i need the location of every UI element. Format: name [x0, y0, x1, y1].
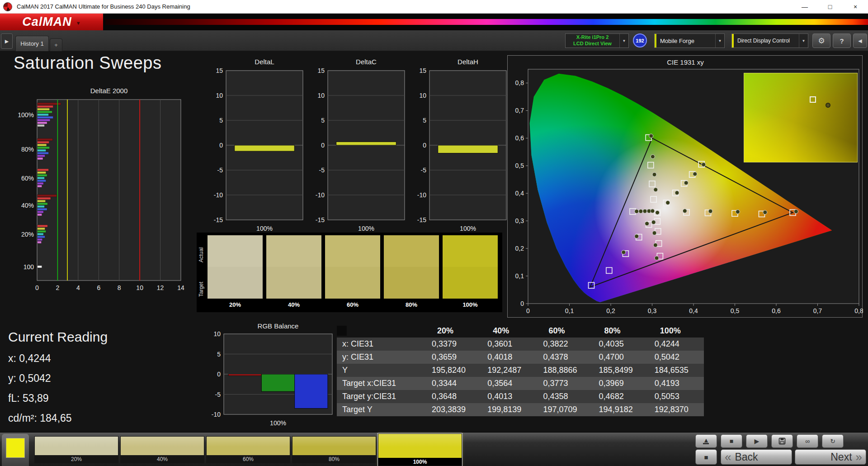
eject-button[interactable]: ▲ [695, 434, 717, 448]
tick-label: 0,5 [515, 162, 524, 169]
target-swatch [266, 267, 321, 299]
level-button-40%[interactable]: 40% [120, 436, 204, 463]
deltac-plot: 151050-5-10-15100% [307, 68, 414, 236]
measured-marker [708, 209, 712, 213]
chart-title: DeltaL [226, 58, 303, 66]
meter-dropdown[interactable]: X-Rite i1Pro 2 LCD Direct View ▼ [565, 33, 629, 48]
add-tab-button[interactable]: + [50, 38, 62, 51]
deltae-bar [38, 195, 57, 197]
deltae-bar [38, 171, 46, 174]
stop-button[interactable]: ■ [721, 434, 742, 448]
refresh-button[interactable]: ↻ [822, 434, 844, 448]
deltae-bar [38, 144, 47, 146]
saturation-swatch-60%: 60% [325, 235, 380, 309]
page-title: Saturation Sweeps [14, 53, 161, 73]
measured-marker [635, 234, 639, 238]
level-swatch [292, 437, 376, 455]
tick-label: 0 [321, 142, 325, 149]
measured-marker [643, 209, 647, 213]
tick-label: 60% [21, 175, 34, 182]
target-swatch [443, 267, 498, 299]
maximize-button[interactable]: □ [817, 0, 843, 13]
chevrons-right-icon: » [856, 451, 862, 463]
measured-marker [635, 209, 639, 214]
current-patch-swatch[interactable] [6, 438, 25, 458]
table-cell: 184,6535 [648, 364, 704, 377]
measured-marker [675, 191, 679, 195]
tick-label: 80% [21, 146, 34, 153]
actual-swatch [266, 235, 321, 267]
deltah-plot: 151050-5-10-15100% [409, 68, 515, 236]
deltae2000-plot: 02468101214100%80%60%40%20%100 [14, 98, 194, 299]
tick-label: 6 [97, 284, 100, 291]
deltae2000-chart: DeltaE 2000 02468101214100%80%60%40%20%1… [14, 87, 194, 315]
deltae-bar [38, 114, 49, 116]
target-row-label: Target [198, 272, 205, 306]
inset-target-marker [810, 96, 816, 103]
reading-fl: fL: 53,89 [8, 392, 108, 404]
panel-expander-button[interactable]: ▶ [1, 33, 13, 49]
tick-label: -15 [417, 216, 426, 223]
swatch-label: 60% [325, 299, 380, 309]
table-row-label: Y [337, 364, 425, 377]
tab-history-1[interactable]: History 1 [15, 36, 49, 51]
tick-label: 100% [270, 419, 286, 427]
tick-label: 5 [217, 351, 221, 358]
help-button[interactable]: ? [833, 33, 851, 48]
measured-marker [693, 172, 697, 176]
collapse-panel-button[interactable]: ◀ [853, 33, 867, 48]
calman-menu-button[interactable]: CalMAN ▼ [0, 14, 103, 30]
measured-marker [655, 256, 659, 260]
next-button[interactable]: Next » [795, 449, 866, 465]
bottom-bar: 20%40%60%80%100% ▲ ■ ▶ ∞ ↻ ■ « Back Next… [0, 432, 868, 466]
tick-label: -15 [214, 216, 223, 223]
level-button-80%[interactable]: 80% [292, 436, 376, 463]
stop-large-button[interactable]: ■ [695, 449, 717, 465]
meter-line1: X-Rite i1Pro 2 [576, 34, 609, 41]
save-button[interactable] [771, 434, 793, 448]
tick-label: 0,5 [731, 307, 740, 314]
tick-label: 0,6 [772, 307, 781, 314]
loop-button[interactable]: ∞ [797, 434, 818, 448]
table-cell: 0,4358 [537, 390, 592, 403]
level-button-20%[interactable]: 20% [34, 436, 118, 463]
table-cell: 192,2487 [481, 364, 537, 377]
calman-logo-icon [3, 2, 12, 11]
deltae-bar [38, 122, 47, 124]
settings-button[interactable]: ⚙ [812, 33, 830, 48]
play-button[interactable]: ▶ [746, 434, 768, 448]
gear-icon: ⚙ [818, 36, 825, 46]
tick-label: -5 [421, 166, 427, 174]
display-control-dropdown[interactable]: Direct Display Control ▼ [731, 33, 808, 48]
reading-cdm2: cd/m²: 184,65 [8, 412, 108, 424]
close-button[interactable]: × [843, 0, 868, 13]
target-swatch [208, 267, 263, 299]
tick-label: -5 [217, 166, 223, 174]
help-icon: ? [840, 37, 844, 45]
tick-label: 5 [321, 117, 325, 124]
level-button-60%[interactable]: 60% [206, 436, 290, 463]
meter-line2: LCD Direct View [573, 41, 612, 47]
table-cell: 0,4193 [648, 377, 704, 390]
minimize-button[interactable]: — [792, 0, 817, 13]
tick-label: 0,8 [854, 307, 863, 314]
tick-label: 0 [35, 284, 39, 291]
deltae-bar [38, 203, 48, 205]
table-cell: 0,3969 [593, 377, 648, 390]
calman-app-window: CalMAN 2017 CalMAN Ultimate for Business… [0, 0, 868, 466]
workflow-dropdown[interactable]: Mobile Forge ▼ [654, 33, 725, 48]
table-cell: 0,5053 [648, 390, 704, 403]
table-row-label: y: CIE31 [337, 351, 425, 364]
level-button-100%[interactable]: 100% [378, 433, 462, 466]
tick-label: -15 [316, 216, 325, 223]
eject-triangle: ▲ [703, 438, 709, 442]
table-corner [337, 324, 425, 338]
deltae-bar [38, 138, 53, 141]
tick-label: 5 [423, 117, 426, 124]
reading-y: y: 0,5042 [8, 372, 108, 385]
chevron-down-icon: ▼ [715, 34, 724, 48]
back-button[interactable]: « Back [721, 449, 792, 465]
actual-swatch [325, 235, 380, 267]
tick-label: 0,2 [606, 307, 615, 314]
refresh-icon: ↻ [830, 437, 835, 445]
